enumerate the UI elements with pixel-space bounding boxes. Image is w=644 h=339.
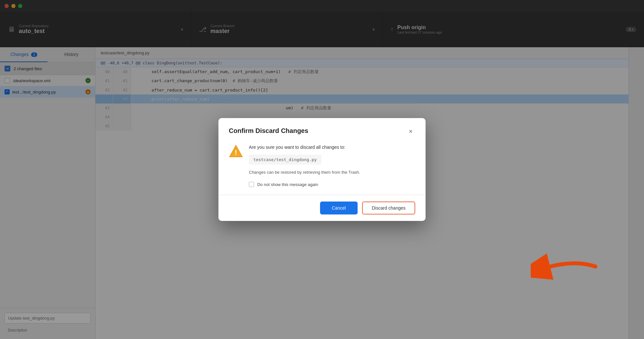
warning-triangle-icon: ! <box>229 144 243 158</box>
modal-title: Confirm Discard Changes <box>229 127 308 135</box>
discard-changes-button[interactable]: Discard changes <box>362 202 415 214</box>
modal-checkbox-row[interactable]: Do not show this message again <box>249 182 415 187</box>
arrow-annotation <box>531 250 602 284</box>
warning-icon: ! <box>229 144 243 158</box>
modal-footer: Cancel Discard changes <box>218 195 426 221</box>
dont-show-again-checkbox[interactable] <box>249 182 254 187</box>
modal-question: Are you sure you want to discard all cha… <box>249 144 415 151</box>
annotation-arrow-icon <box>531 250 602 283</box>
modal-note: Changes can be restored by retrieving th… <box>249 169 415 176</box>
svg-text:!: ! <box>235 148 237 157</box>
modal-close-button[interactable]: × <box>406 127 415 136</box>
modal-filename: testcase/test_dingdong.py <box>249 155 321 165</box>
modal-header: Confirm Discard Changes × <box>218 118 426 136</box>
dont-show-again-label: Do not show this message again <box>257 182 318 187</box>
modal-text-block: Are you sure you want to discard all cha… <box>249 144 415 187</box>
confirm-discard-modal: Confirm Discard Changes × ! Are you sure… <box>218 118 426 221</box>
modal-body: ! Are you sure you want to discard all c… <box>218 136 426 195</box>
cancel-button[interactable]: Cancel <box>320 202 358 214</box>
modal-overlay: Confirm Discard Changes × ! Are you sure… <box>0 0 644 339</box>
